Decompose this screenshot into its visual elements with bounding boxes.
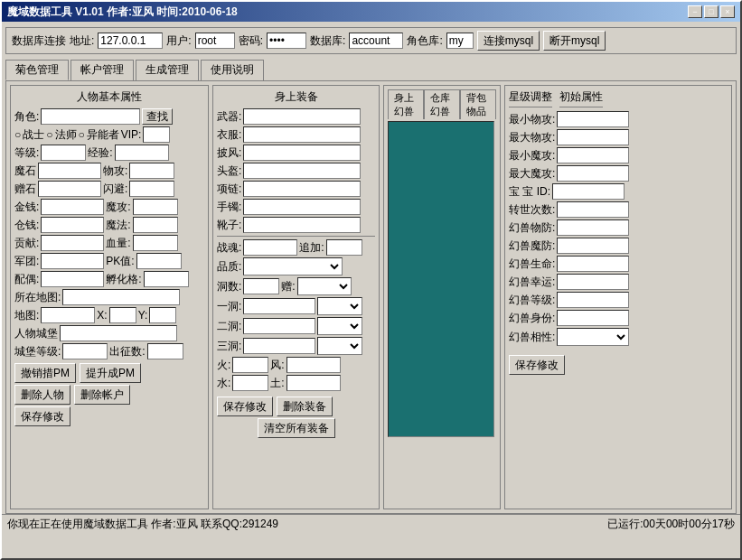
hole1-input[interactable] bbox=[243, 298, 315, 314]
tribute-input[interactable] bbox=[41, 235, 104, 251]
pet-mdef-input[interactable] bbox=[557, 238, 629, 254]
tab-help[interactable]: 使用说明 bbox=[201, 60, 264, 80]
cloth-input[interactable] bbox=[243, 126, 361, 143]
x-input[interactable] bbox=[109, 307, 136, 323]
character-panel: 人物基本属性 角色: 查找 ○ 战士 ○ 法师 ○ 异能者 VIP: 等级: 经… bbox=[10, 85, 209, 509]
hole3-select[interactable] bbox=[317, 337, 362, 355]
flash-input[interactable] bbox=[129, 181, 174, 197]
vip-input[interactable] bbox=[143, 126, 170, 143]
equip-del-btn[interactable]: 删除装备 bbox=[277, 397, 333, 416]
transfer-input[interactable] bbox=[557, 201, 629, 218]
pet-luck-input[interactable] bbox=[557, 274, 629, 290]
pet-tab-warehouse[interactable]: 仓库幻兽 bbox=[424, 89, 460, 119]
minimize-button[interactable]: − bbox=[688, 5, 702, 18]
star-save-btn[interactable]: 保存修改 bbox=[509, 355, 565, 375]
hole2-select[interactable] bbox=[317, 317, 362, 335]
bracelet-label: 手镯: bbox=[217, 200, 241, 215]
find-btn[interactable]: 查找 bbox=[142, 108, 173, 125]
castle-input[interactable] bbox=[60, 325, 177, 341]
close-button[interactable]: × bbox=[720, 5, 735, 18]
gold-input[interactable] bbox=[41, 199, 104, 215]
magic-atk-input[interactable] bbox=[133, 199, 178, 215]
equip-save-btn[interactable]: 保存修改 bbox=[217, 397, 273, 416]
del-role-btn[interactable]: 删除人物 bbox=[14, 385, 70, 405]
revoke-pm-btn[interactable]: 撤销措PM bbox=[14, 363, 76, 383]
char-save-btn[interactable]: 保存修改 bbox=[14, 406, 70, 426]
upgrade-pm-btn[interactable]: 提升成PM bbox=[80, 363, 141, 383]
y-input[interactable] bbox=[149, 307, 176, 323]
pet-pdef-row: 幻兽物防: bbox=[509, 219, 728, 236]
max-patk-input[interactable] bbox=[557, 129, 629, 145]
addr-input[interactable] bbox=[98, 33, 163, 49]
role-input[interactable] bbox=[446, 33, 474, 49]
hole3-input[interactable] bbox=[243, 338, 315, 354]
tab-juse[interactable]: 菊色管理 bbox=[5, 60, 69, 80]
warehouse-input[interactable] bbox=[41, 217, 104, 233]
magicstone-input[interactable] bbox=[38, 163, 101, 179]
match-input[interactable] bbox=[41, 271, 104, 287]
magic-input[interactable] bbox=[133, 217, 178, 233]
level-input[interactable] bbox=[41, 145, 86, 161]
gift-select[interactable] bbox=[297, 277, 352, 295]
min-matk-row: 最小魔攻: bbox=[509, 147, 728, 163]
pet-identity-label: 幻兽身份: bbox=[509, 311, 555, 326]
pk-label: PK值: bbox=[106, 254, 134, 269]
hp-label: 血量: bbox=[106, 236, 130, 251]
db-input[interactable] bbox=[349, 33, 403, 49]
equip-clear-btn[interactable]: 清空所有装备 bbox=[258, 418, 335, 438]
weapon-label: 武器: bbox=[217, 109, 241, 125]
maximize-button[interactable]: □ bbox=[704, 5, 719, 18]
expedition-input[interactable] bbox=[147, 343, 183, 359]
disconnect-btn[interactable]: 断开mysql bbox=[543, 31, 606, 51]
hole1-select[interactable] bbox=[317, 297, 362, 315]
army-input[interactable] bbox=[41, 253, 104, 269]
user-input[interactable] bbox=[195, 33, 235, 49]
min-matk-input[interactable] bbox=[557, 147, 629, 163]
hole2-input[interactable] bbox=[243, 318, 315, 334]
treasure-id-input[interactable] bbox=[552, 183, 625, 200]
pet-hp-input[interactable] bbox=[557, 256, 629, 272]
add-input[interactable] bbox=[326, 239, 362, 256]
pet-affinity-select[interactable] bbox=[557, 328, 629, 346]
water-input[interactable] bbox=[232, 375, 268, 391]
hp-input[interactable] bbox=[133, 235, 178, 251]
soul-label: 战魂: bbox=[217, 240, 241, 256]
map-input[interactable] bbox=[62, 289, 180, 305]
pk-input[interactable] bbox=[136, 253, 182, 269]
boots-input[interactable] bbox=[243, 217, 361, 233]
castle-level-input[interactable] bbox=[62, 343, 108, 359]
exp-input[interactable] bbox=[115, 145, 169, 161]
helmet-input[interactable] bbox=[243, 163, 361, 179]
map2-input[interactable] bbox=[41, 307, 95, 323]
pet-level-input[interactable] bbox=[557, 292, 629, 308]
holes-input[interactable] bbox=[243, 278, 279, 294]
pet-identity-input[interactable] bbox=[557, 310, 629, 326]
fire-input[interactable] bbox=[232, 357, 268, 373]
wind-input[interactable] bbox=[286, 357, 341, 373]
del-account-btn[interactable]: 删除帐户 bbox=[74, 385, 130, 405]
hole3-row: 三洞: bbox=[217, 337, 375, 355]
pet-pdef-input[interactable] bbox=[557, 219, 629, 236]
pwd-input[interactable] bbox=[267, 33, 306, 49]
bracelet-input[interactable] bbox=[243, 199, 361, 215]
hatch-input[interactable] bbox=[144, 271, 189, 287]
quality-select[interactable] bbox=[243, 257, 343, 275]
pet-tabs: 身上幻兽 仓库幻兽 背包物品 bbox=[388, 89, 496, 119]
tab-account[interactable]: 帐户管理 bbox=[70, 60, 134, 80]
atk-input[interactable] bbox=[129, 163, 174, 179]
role-input[interactable] bbox=[41, 108, 140, 125]
soul-input[interactable] bbox=[243, 239, 297, 256]
db-connect-label: 数据库连接 bbox=[12, 33, 66, 49]
max-matk-input[interactable] bbox=[557, 165, 629, 182]
tab-generate[interactable]: 生成管理 bbox=[136, 60, 199, 80]
necklace-input[interactable] bbox=[243, 181, 361, 197]
gem-input[interactable] bbox=[38, 181, 101, 197]
cape-input[interactable] bbox=[243, 145, 361, 161]
weapon-input[interactable] bbox=[243, 108, 361, 125]
earth-input[interactable] bbox=[286, 375, 341, 391]
min-patk-input[interactable] bbox=[557, 111, 629, 127]
connect-btn[interactable]: 连接mysql bbox=[477, 31, 540, 51]
pet-tab-bag[interactable]: 背包物品 bbox=[460, 89, 496, 119]
main-tabs: 菊色管理 帐户管理 生成管理 使用说明 bbox=[2, 56, 740, 80]
pet-tab-body[interactable]: 身上幻兽 bbox=[388, 89, 424, 119]
